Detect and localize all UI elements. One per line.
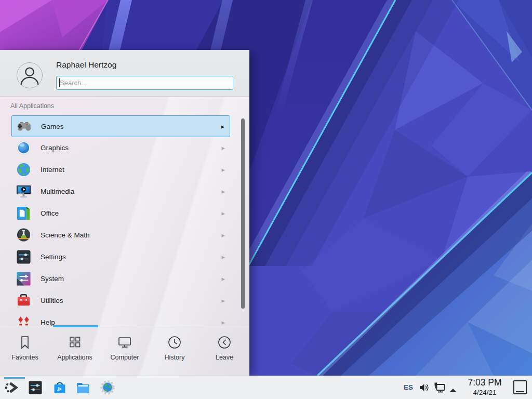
help-icon xyxy=(16,314,32,326)
category-label: Games xyxy=(41,116,64,138)
submenu-arrow-icon xyxy=(221,137,225,159)
tab-applications[interactable]: Applications xyxy=(50,326,100,376)
tab-label: Applications xyxy=(50,354,100,361)
multimedia-icon xyxy=(16,183,32,200)
submenu-arrow-icon xyxy=(221,181,225,203)
clock-date: 4/24/21 xyxy=(460,388,509,397)
text-cursor xyxy=(59,78,60,87)
volume-icon[interactable] xyxy=(419,382,430,393)
tab-favorites[interactable]: Favorites xyxy=(0,326,50,376)
system-icon xyxy=(16,271,32,287)
launcher-active-indicator xyxy=(4,377,25,379)
submenu-arrow-icon xyxy=(221,159,225,181)
category-list: Games Graphics xyxy=(0,115,249,326)
category-label: Utilities xyxy=(41,290,63,312)
keyboard-layout-indicator[interactable]: ES xyxy=(404,376,413,399)
network-icon[interactable] xyxy=(434,382,446,394)
graphics-icon xyxy=(16,140,32,156)
category-label: Multimedia xyxy=(41,181,74,203)
category-science-math[interactable]: Science & Math xyxy=(11,224,230,246)
system-settings-icon[interactable] xyxy=(28,380,43,395)
file-manager-icon[interactable] xyxy=(75,380,91,395)
category-system[interactable]: System xyxy=(11,268,230,290)
office-icon xyxy=(16,205,32,221)
digital-clock[interactable]: 7:03 PM 4/24/21 xyxy=(460,377,509,397)
category-help[interactable]: Help xyxy=(11,312,230,326)
app-launcher-icon[interactable] xyxy=(4,380,20,395)
category-multimedia[interactable]: Multimedia xyxy=(11,181,230,203)
search-input[interactable] xyxy=(56,76,233,90)
tab-label: Leave xyxy=(200,354,249,361)
clock-time: 7:03 PM xyxy=(460,377,509,388)
expand-tray-icon[interactable] xyxy=(449,385,457,390)
category-label: Office xyxy=(41,203,59,224)
category-games[interactable]: Games xyxy=(11,115,230,137)
web-browser-icon[interactable] xyxy=(100,380,115,395)
computer-icon xyxy=(117,335,132,350)
category-label: Internet xyxy=(41,159,64,181)
submenu-arrow-icon xyxy=(221,246,225,268)
utilities-icon xyxy=(16,292,32,309)
science-math-icon xyxy=(16,227,32,243)
submenu-arrow-icon xyxy=(221,312,225,326)
tab-label: Favorites xyxy=(0,354,50,361)
category-label: System xyxy=(41,268,64,290)
category-graphics[interactable]: Graphics xyxy=(11,137,230,159)
application-launcher-menu: Raphael Hertzog All Applications Games xyxy=(0,50,249,376)
submenu-arrow-icon xyxy=(221,268,225,290)
submenu-arrow-icon xyxy=(221,290,225,312)
desktop: Raphael Hertzog All Applications Games xyxy=(0,0,532,399)
list-scrollbar[interactable] xyxy=(241,118,245,309)
leave-icon xyxy=(217,335,232,350)
tab-label: Computer xyxy=(100,354,150,361)
launcher-header: Raphael Hertzog xyxy=(0,50,249,97)
section-label: All Applications xyxy=(10,102,54,110)
show-desktop-button[interactable] xyxy=(513,380,527,394)
category-office[interactable]: Office xyxy=(11,203,230,224)
user-name: Raphael Hertzog xyxy=(56,60,116,70)
category-label: Settings xyxy=(41,246,66,268)
games-icon xyxy=(16,118,32,135)
tab-leave[interactable]: Leave xyxy=(200,326,249,376)
tab-history[interactable]: History xyxy=(150,326,200,376)
submenu-arrow-icon xyxy=(221,224,225,246)
favorites-icon xyxy=(17,335,33,350)
category-label: Science & Math xyxy=(41,224,90,246)
tab-label: History xyxy=(150,354,200,361)
taskbar-panel: ES 7:03 PM 4/24/21 xyxy=(0,376,532,399)
category-label: Help xyxy=(41,312,55,326)
applications-icon xyxy=(67,335,83,350)
history-icon xyxy=(167,335,182,350)
category-utilities[interactable]: Utilities xyxy=(11,290,230,312)
launcher-tabbar: Favorites Applications Computer xyxy=(0,326,249,376)
discover-icon[interactable] xyxy=(52,380,68,395)
internet-icon xyxy=(16,162,32,178)
tab-computer[interactable]: Computer xyxy=(100,326,150,376)
submenu-arrow-icon xyxy=(221,116,224,138)
category-internet[interactable]: Internet xyxy=(11,159,230,181)
settings-icon xyxy=(16,249,32,265)
submenu-arrow-icon xyxy=(221,203,225,224)
category-settings[interactable]: Settings xyxy=(11,246,230,268)
category-label: Graphics xyxy=(41,137,69,159)
user-avatar[interactable] xyxy=(17,62,43,88)
